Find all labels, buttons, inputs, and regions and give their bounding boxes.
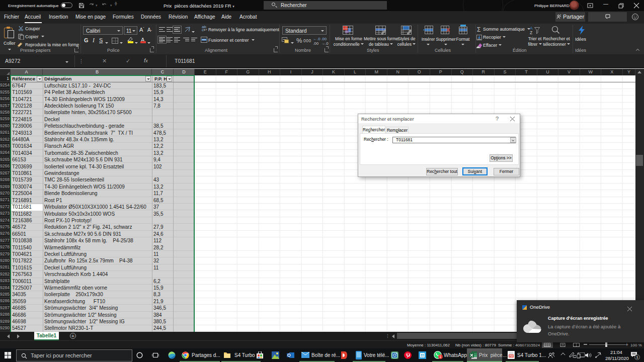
svg-text:A: A (530, 26, 533, 31)
svg-text:PDF: PDF (509, 355, 514, 357)
svg-text:Z: Z (530, 30, 532, 35)
